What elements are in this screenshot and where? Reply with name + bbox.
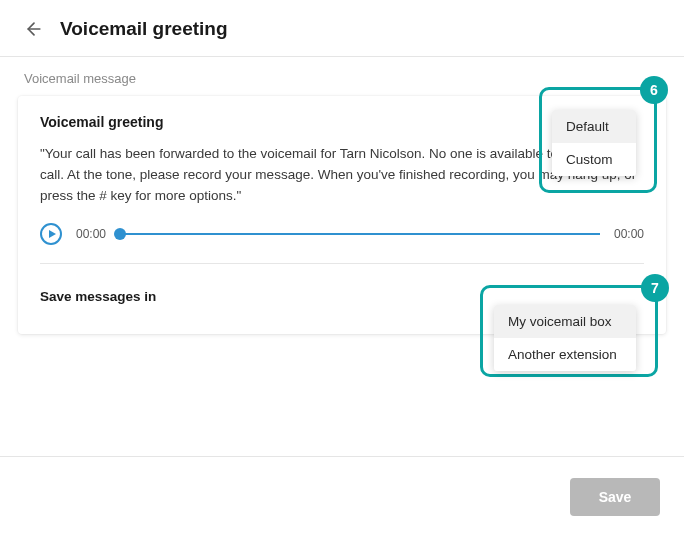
save-button[interactable]: Save (570, 478, 660, 516)
time-total: 00:00 (614, 227, 644, 241)
audio-player: 00:00 00:00 (40, 223, 644, 263)
save-in-dropdown[interactable]: My voicemail box Another extension (494, 305, 636, 371)
page-header: Voicemail greeting (0, 0, 684, 54)
page-title: Voicemail greeting (60, 18, 228, 40)
slider-thumb[interactable] (114, 228, 126, 240)
back-arrow-icon[interactable] (24, 19, 44, 39)
time-elapsed: 00:00 (76, 227, 106, 241)
card-divider (40, 263, 644, 264)
save-messages-label: Save messages in (40, 289, 156, 304)
audio-slider[interactable] (120, 233, 600, 235)
footer-divider (0, 456, 684, 457)
greeting-dropdown[interactable]: Default Custom (552, 110, 636, 176)
play-button[interactable] (40, 223, 62, 245)
greeting-option-custom[interactable]: Custom (552, 143, 636, 176)
greeting-option-default[interactable]: Default (552, 110, 636, 143)
play-icon (49, 230, 56, 238)
callout-badge-7: 7 (641, 274, 669, 302)
header-divider (0, 56, 684, 57)
callout-badge-6: 6 (640, 76, 668, 104)
save-in-option-my-voicemail[interactable]: My voicemail box (494, 305, 636, 338)
section-label: Voicemail message (0, 71, 684, 96)
save-in-option-another-extension[interactable]: Another extension (494, 338, 636, 371)
